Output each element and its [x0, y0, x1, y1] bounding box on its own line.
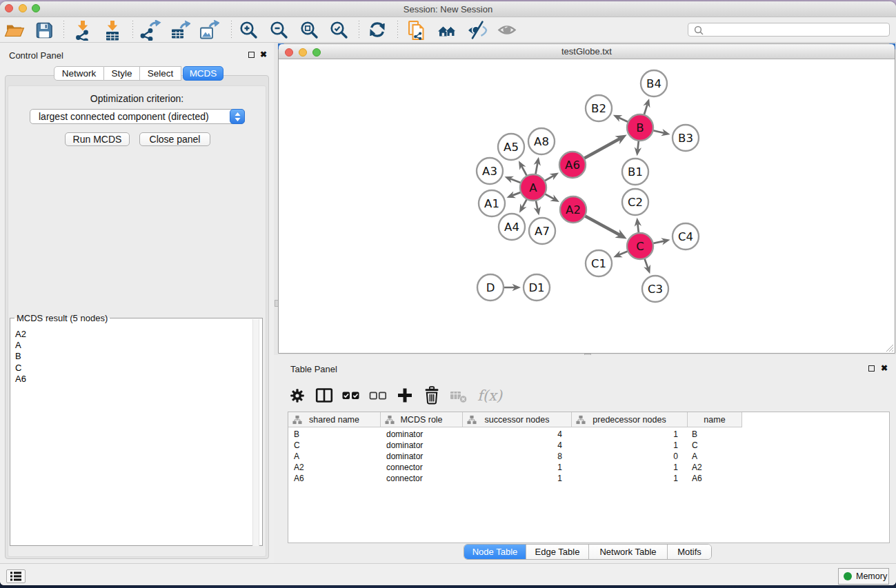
- close-panel-button[interactable]: Close panel: [139, 132, 210, 146]
- delete-button[interactable]: [422, 385, 441, 406]
- zoom-selected-button[interactable]: [327, 19, 352, 41]
- cell-shared-name[interactable]: A: [294, 451, 377, 462]
- cell-shared-name[interactable]: B: [294, 429, 377, 440]
- node-B4[interactable]: B4: [641, 70, 667, 97]
- zoom-in-button[interactable]: [237, 19, 261, 41]
- cell-successor-nodes[interactable]: 1: [463, 462, 562, 473]
- column-header-successor-nodes[interactable]: successor nodes: [463, 412, 572, 427]
- cell-successor-nodes[interactable]: 4: [463, 429, 562, 440]
- control-tab-style[interactable]: Style: [104, 66, 140, 81]
- hide-selected-button[interactable]: [465, 19, 490, 41]
- import-table-button[interactable]: [100, 19, 125, 41]
- mcds-result-scrollbar[interactable]: [252, 319, 259, 546]
- refresh-button[interactable]: [366, 19, 390, 41]
- search-box[interactable]: [688, 23, 890, 37]
- node-B2[interactable]: B2: [586, 95, 612, 121]
- mcds-result-item[interactable]: A6: [15, 374, 26, 385]
- node-A7[interactable]: A7: [529, 218, 555, 244]
- mcds-result-item[interactable]: C: [15, 363, 26, 374]
- memory-indicator-button[interactable]: Memory: [838, 568, 889, 585]
- cell-name[interactable]: A: [692, 451, 737, 462]
- split-panel-button[interactable]: [315, 385, 334, 406]
- cell-successor-nodes[interactable]: 8: [463, 451, 562, 462]
- float-panel-icon[interactable]: [248, 52, 255, 58]
- table-tab-edge-table[interactable]: Edge Table: [526, 545, 589, 560]
- cell-mcds-role[interactable]: connector: [386, 473, 462, 484]
- add-button[interactable]: [395, 385, 415, 406]
- node-A3[interactable]: A3: [477, 158, 503, 184]
- cell-predecessor-nodes[interactable]: 1: [572, 462, 678, 473]
- cell-name[interactable]: A2: [692, 462, 737, 473]
- node-C[interactable]: C: [627, 233, 653, 259]
- show-all-button[interactable]: [495, 19, 520, 41]
- node-A2[interactable]: A2: [560, 196, 586, 223]
- node-C3[interactable]: C3: [642, 276, 668, 302]
- node-B[interactable]: B: [627, 114, 653, 141]
- node-B1[interactable]: B1: [622, 159, 648, 185]
- zoom-fit-button[interactable]: [297, 19, 322, 41]
- node-table[interactable]: shared name MCDS role successor nodes pr…: [288, 412, 890, 543]
- export-network-button[interactable]: [138, 19, 163, 41]
- cell-mcds-role[interactable]: dominator: [386, 440, 462, 451]
- cell-predecessor-nodes[interactable]: 1: [572, 473, 678, 484]
- window-titlebar[interactable]: Session: New Session: [0, 1, 896, 17]
- node-B3[interactable]: B3: [673, 125, 699, 151]
- table-tab-node-table[interactable]: Node Table: [464, 545, 526, 560]
- mcds-result-item[interactable]: A: [15, 340, 26, 351]
- unselect-all-button[interactable]: [368, 385, 388, 406]
- network-graph-canvas[interactable]: AA6A2BCA5A8A3A1A4A7B2B4B3B1C2C4C1C3DD1: [281, 60, 895, 354]
- cell-shared-name[interactable]: A6: [294, 473, 377, 484]
- node-A5[interactable]: A5: [498, 134, 524, 160]
- control-tab-mcds[interactable]: MCDS: [183, 66, 223, 81]
- node-D1[interactable]: D1: [524, 274, 550, 301]
- column-header-MCDS-role[interactable]: MCDS role: [381, 412, 463, 427]
- table-tab-motifs[interactable]: Motifs: [668, 545, 711, 560]
- import-network-button[interactable]: [70, 19, 95, 41]
- clone-network-button[interactable]: [405, 19, 430, 41]
- open-session-button[interactable]: [2, 19, 27, 41]
- mcds-result-item[interactable]: A2: [15, 329, 26, 340]
- node-A4[interactable]: A4: [499, 214, 525, 240]
- node-A1[interactable]: A1: [479, 190, 505, 216]
- cell-predecessor-nodes[interactable]: 1: [572, 440, 678, 451]
- cell-mcds-role[interactable]: dominator: [386, 451, 462, 462]
- column-header-shared-name[interactable]: shared name: [288, 412, 381, 427]
- mcds-result-item[interactable]: B: [15, 351, 26, 362]
- show-panels-button[interactable]: [6, 569, 26, 583]
- mcds-result-list[interactable]: A2ABCA6: [15, 329, 26, 385]
- control-tab-network[interactable]: Network: [54, 66, 104, 81]
- export-table-button[interactable]: [167, 19, 192, 41]
- cell-successor-nodes[interactable]: 4: [463, 440, 562, 451]
- node-A8[interactable]: A8: [528, 128, 555, 154]
- close-panel-icon[interactable]: ✖: [260, 50, 267, 59]
- cell-successor-nodes[interactable]: 1: [463, 473, 562, 484]
- node-A[interactable]: A: [520, 174, 546, 201]
- node-C2[interactable]: C2: [622, 189, 648, 215]
- float-table-panel-icon[interactable]: [868, 365, 875, 372]
- select-all-button[interactable]: [341, 385, 361, 406]
- resize-grip-icon[interactable]: [886, 344, 894, 352]
- gear-button[interactable]: [288, 385, 307, 406]
- first-neighbors-button[interactable]: [435, 19, 459, 41]
- node-C4[interactable]: C4: [673, 223, 699, 250]
- run-mcds-button[interactable]: Run MCDS: [65, 132, 130, 146]
- column-header-name[interactable]: name: [688, 412, 742, 427]
- column-header-predecessor-nodes[interactable]: predecessor nodes: [572, 412, 688, 427]
- function-builder-disabled-button[interactable]: f(x): [476, 385, 504, 406]
- cell-mcds-role[interactable]: connector: [386, 462, 462, 473]
- zoom-out-button[interactable]: [267, 19, 292, 41]
- delete-table-disabled-button[interactable]: [449, 385, 468, 406]
- node-C1[interactable]: C1: [586, 250, 612, 276]
- table-tab-network-table[interactable]: Network Table: [589, 545, 668, 560]
- cell-name[interactable]: B: [692, 429, 737, 440]
- control-tab-select[interactable]: Select: [140, 66, 181, 81]
- close-table-panel-icon[interactable]: ✖: [881, 364, 888, 372]
- optimization-criterion-select[interactable]: largest connected component (directed): [30, 109, 245, 124]
- cell-shared-name[interactable]: A2: [294, 462, 377, 473]
- node-D[interactable]: D: [477, 274, 504, 301]
- cell-name[interactable]: A6: [692, 473, 737, 484]
- cell-predecessor-nodes[interactable]: 0: [572, 451, 678, 462]
- cell-shared-name[interactable]: C: [294, 440, 377, 451]
- export-image-button[interactable]: [196, 19, 221, 41]
- node-A6[interactable]: A6: [559, 152, 586, 178]
